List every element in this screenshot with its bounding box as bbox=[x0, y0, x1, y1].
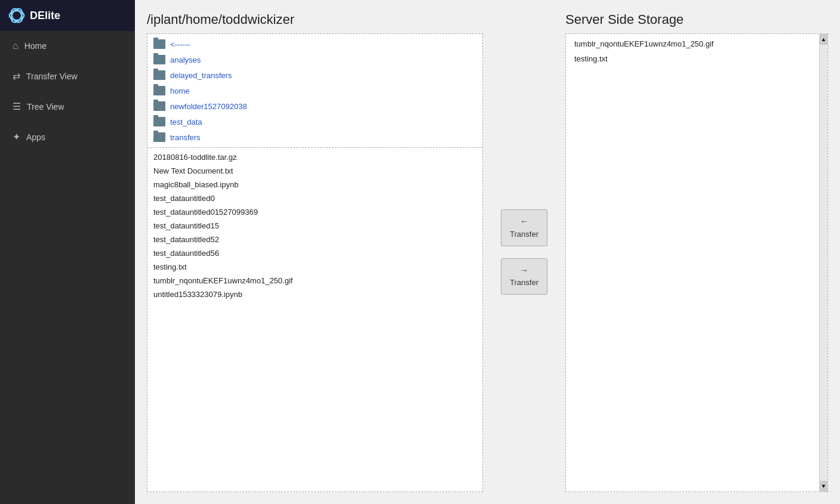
folder-item[interactable]: delayed_transfers bbox=[147, 67, 482, 83]
home-icon: ⌂ bbox=[13, 41, 19, 51]
folder-name: analyses bbox=[170, 55, 201, 64]
file-item[interactable]: untitled1533323079.ipynb bbox=[147, 287, 482, 301]
scroll-down-button[interactable]: ▼ bbox=[820, 481, 827, 491]
sidebar-item-transfer-view[interactable]: ⇄ Transfer View bbox=[0, 61, 135, 91]
main-content: /iplant/home/toddwickizer <------analyse… bbox=[135, 0, 840, 504]
file-item[interactable]: test_datauntitled56 bbox=[147, 246, 482, 260]
file-item[interactable]: magic8ball_biased.ipynb bbox=[147, 178, 482, 191]
left-panel: /iplant/home/toddwickizer <------analyse… bbox=[147, 12, 483, 492]
right-panel: Server Side Storage tumblr_nqontuEKEF1uw… bbox=[565, 12, 828, 492]
folder-item[interactable]: transfers bbox=[147, 129, 482, 145]
left-arrow-icon: ← bbox=[520, 215, 528, 228]
files-section: 20180816-toddlite.tar.gzNew Text Documen… bbox=[147, 148, 482, 304]
folder-item[interactable]: test_data bbox=[147, 114, 482, 129]
file-item[interactable]: tumblr_nqontuEKEF1uwnz4mo1_250.gif bbox=[147, 274, 482, 287]
sidebar-item-home[interactable]: ⌂ Home bbox=[0, 31, 135, 61]
transfer-left-label: Transfer bbox=[510, 228, 539, 241]
scroll-track bbox=[820, 45, 827, 481]
file-item[interactable]: test_datauntitled52 bbox=[147, 233, 482, 246]
nav-items: ⌂ Home ⇄ Transfer View ☰ Tree View ✦ App… bbox=[0, 31, 135, 152]
left-file-list: <------analysesdelayed_transfershomenewf… bbox=[147, 33, 483, 492]
scrollbar: ▲ ▼ bbox=[819, 34, 827, 491]
folder-item[interactable]: home bbox=[147, 83, 482, 98]
folder-icon bbox=[153, 86, 165, 95]
file-item[interactable]: test_datauntitled01527099369 bbox=[147, 205, 482, 219]
folder-name: home bbox=[170, 86, 190, 95]
folder-item[interactable]: newfolder1527092038 bbox=[147, 98, 482, 114]
right-arrow-icon: → bbox=[520, 264, 528, 277]
folder-icon bbox=[153, 101, 165, 111]
server-file-item[interactable]: tumblr_nqontuEKEF1uwnz4mo1_250.gif bbox=[566, 36, 827, 51]
file-item[interactable]: 20180816-toddlite.tar.gz bbox=[147, 150, 482, 164]
folder-name: test_data bbox=[170, 118, 202, 126]
server-file-list: tumblr_nqontuEKEF1uwnz4mo1_250.giftestin… bbox=[565, 33, 828, 492]
folder-icon bbox=[153, 39, 165, 49]
scroll-up-button[interactable]: ▲ bbox=[820, 34, 827, 45]
sidebar-item-tree-view[interactable]: ☰ Tree View bbox=[0, 91, 135, 122]
sidebar-item-home-label: Home bbox=[24, 41, 47, 51]
file-item[interactable]: test_datauntitled0 bbox=[147, 191, 482, 205]
folder-icon bbox=[153, 55, 165, 64]
folder-item[interactable]: analyses bbox=[147, 52, 482, 67]
folder-name: <------ bbox=[170, 40, 190, 49]
svg-point-2 bbox=[9, 7, 24, 24]
logo-icon bbox=[8, 7, 25, 24]
folder-name: delayed_transfers bbox=[170, 71, 232, 80]
sidebar-item-transfer-view-label: Transfer View bbox=[26, 72, 78, 81]
logo-text: DElite bbox=[30, 10, 60, 22]
folders-section: <------analysesdelayed_transfershomenewf… bbox=[147, 34, 482, 148]
transfer-right-label: Transfer bbox=[510, 277, 539, 289]
tree-view-icon: ☰ bbox=[13, 101, 21, 112]
sidebar-item-apps[interactable]: ✦ Apps bbox=[0, 122, 135, 152]
folder-item[interactable]: <------ bbox=[147, 36, 482, 52]
sidebar: DElite ⌂ Home ⇄ Transfer View ☰ Tree Vie… bbox=[0, 0, 135, 504]
left-panel-title: /iplant/home/toddwickizer bbox=[147, 12, 483, 27]
apps-icon: ✦ bbox=[13, 131, 20, 143]
transfer-right-button[interactable]: → Transfer bbox=[501, 258, 547, 295]
file-item[interactable]: New Text Document.txt bbox=[147, 164, 482, 178]
folder-name: transfers bbox=[170, 133, 201, 142]
sidebar-item-apps-label: Apps bbox=[26, 132, 45, 142]
sidebar-header: DElite bbox=[0, 0, 135, 31]
sidebar-item-tree-view-label: Tree View bbox=[27, 102, 64, 112]
server-file-item[interactable]: testing.txt bbox=[566, 51, 827, 66]
file-item[interactable]: test_datauntitled15 bbox=[147, 219, 482, 233]
folder-name: newfolder1527092038 bbox=[170, 102, 247, 111]
transfer-buttons: ← Transfer → Transfer bbox=[495, 12, 553, 492]
transfer-view-icon: ⇄ bbox=[13, 70, 20, 82]
folder-icon bbox=[153, 70, 165, 80]
file-item[interactable]: testing.txt bbox=[147, 260, 482, 274]
folder-icon bbox=[153, 132, 165, 142]
folder-icon bbox=[153, 117, 165, 126]
transfer-left-button[interactable]: ← Transfer bbox=[501, 209, 547, 246]
right-panel-title: Server Side Storage bbox=[565, 12, 828, 27]
